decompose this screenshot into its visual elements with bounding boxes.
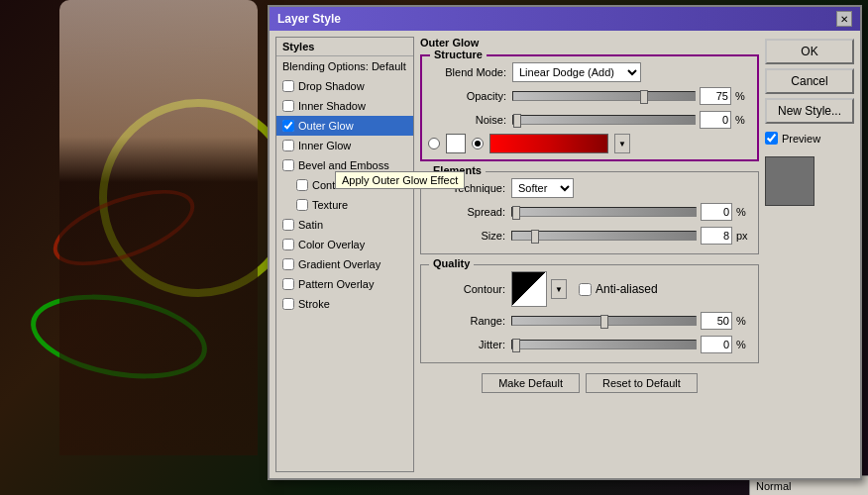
size-label: Size: xyxy=(427,230,511,242)
technique-row: Technique: Softer Precise xyxy=(427,178,752,198)
size-slider-thumb[interactable] xyxy=(531,230,539,244)
noise-value-input[interactable] xyxy=(700,111,731,129)
opacity-slider-track[interactable] xyxy=(512,91,696,101)
anti-aliased-label: Anti-aliased xyxy=(596,282,658,296)
pattern-overlay-checkbox[interactable] xyxy=(282,278,294,290)
styles-panel: Styles Blending Options: Default Drop Sh… xyxy=(275,37,414,472)
technique-select[interactable]: Softer Precise xyxy=(511,178,574,198)
spread-slider-track[interactable] xyxy=(511,207,697,217)
tooltip-text: Apply Outer Glow Effect xyxy=(342,174,458,186)
gradient-dropdown-arrow[interactable]: ▼ xyxy=(614,134,630,153)
spread-control: % xyxy=(511,203,752,221)
blending-options-label: Blending Options: Default xyxy=(282,60,406,72)
spread-slider-thumb[interactable] xyxy=(512,206,520,220)
style-blending-options[interactable]: Blending Options: Default xyxy=(276,56,413,76)
inner-glow-label: Inner Glow xyxy=(298,140,351,151)
contour-dropdown-arrow[interactable]: ▼ xyxy=(551,279,567,299)
radio-dot-2[interactable] xyxy=(472,138,484,149)
style-satin[interactable]: Satin xyxy=(276,215,413,235)
inner-shadow-checkbox[interactable] xyxy=(282,100,294,112)
style-gradient-overlay[interactable]: Gradient Overlay xyxy=(276,254,413,274)
dialog-title: Layer Style xyxy=(277,12,341,26)
anti-aliased-checkbox[interactable] xyxy=(579,283,592,296)
blend-mode-label: Blend Mode: xyxy=(428,66,512,78)
structure-section: Structure Blend Mode: Linear Dodge (Add)… xyxy=(420,54,759,161)
jitter-unit: % xyxy=(736,339,752,350)
make-default-button[interactable]: Make Default xyxy=(482,373,580,393)
technique-control: Softer Precise xyxy=(511,178,752,198)
noise-unit: % xyxy=(735,114,751,126)
opacity-slider-thumb[interactable] xyxy=(640,90,648,104)
radio-dot-1[interactable] xyxy=(428,138,440,149)
drop-shadow-label: Drop Shadow xyxy=(298,80,365,92)
preview-swatch xyxy=(765,156,814,206)
preview-checkbox[interactable] xyxy=(765,132,778,145)
style-outer-glow[interactable]: Outer Glow xyxy=(276,116,413,136)
range-control: % xyxy=(511,312,752,330)
size-value-input[interactable] xyxy=(701,227,732,245)
style-pattern-overlay[interactable]: Pattern Overlay xyxy=(276,274,413,294)
texture-checkbox[interactable] xyxy=(296,199,308,211)
blend-mode-select[interactable]: Linear Dodge (Add) Normal Screen Overlay xyxy=(512,62,641,82)
radio-solid-color[interactable] xyxy=(428,138,440,149)
preview-label: Preview xyxy=(782,133,820,145)
opacity-control: % xyxy=(512,87,751,105)
gradient-color-swatch[interactable] xyxy=(489,134,608,153)
outer-glow-label: Outer Glow xyxy=(298,120,354,132)
outer-glow-section-label: Outer Glow xyxy=(420,37,759,49)
jitter-label: Jitter: xyxy=(427,339,511,350)
jitter-row: Jitter: % xyxy=(427,335,752,354)
noise-control: % xyxy=(512,111,751,129)
range-value-input[interactable] xyxy=(701,312,732,330)
satin-checkbox[interactable] xyxy=(282,219,294,231)
style-stroke[interactable]: Stroke xyxy=(276,294,413,314)
bevel-emboss-checkbox[interactable] xyxy=(282,159,294,171)
color-row: ▼ xyxy=(428,134,751,153)
contour-label: Contour: xyxy=(427,283,511,295)
cancel-button[interactable]: Cancel xyxy=(765,68,854,94)
jitter-slider-thumb[interactable] xyxy=(512,339,520,352)
opacity-value-input[interactable] xyxy=(700,87,731,105)
range-label: Range: xyxy=(427,315,511,327)
bevel-emboss-label: Bevel and Emboss xyxy=(298,159,389,171)
satin-label: Satin xyxy=(298,219,323,231)
reset-to-default-button[interactable]: Reset to Default xyxy=(586,373,698,393)
blend-mode-control: Linear Dodge (Add) Normal Screen Overlay xyxy=(512,62,751,82)
radio-gradient[interactable] xyxy=(472,138,484,149)
style-color-overlay[interactable]: Color Overlay xyxy=(276,235,413,254)
ok-button[interactable]: OK xyxy=(765,39,854,64)
jitter-value-input[interactable] xyxy=(701,336,732,353)
contour-checkbox[interactable] xyxy=(296,179,308,191)
style-drop-shadow[interactable]: Drop Shadow xyxy=(276,76,413,96)
noise-slider-thumb[interactable] xyxy=(513,114,521,128)
inner-shadow-label: Inner Shadow xyxy=(298,100,366,112)
style-texture[interactable]: Texture xyxy=(276,195,413,215)
noise-slider-track[interactable] xyxy=(512,115,696,125)
stroke-checkbox[interactable] xyxy=(282,298,294,310)
settings-panel: Outer Glow Structure Blend Mode: Linear … xyxy=(420,37,759,472)
style-inner-glow[interactable]: Inner Glow xyxy=(276,136,413,155)
gradient-overlay-checkbox[interactable] xyxy=(282,258,294,270)
texture-label: Texture xyxy=(312,199,348,211)
drop-shadow-checkbox[interactable] xyxy=(282,80,294,92)
range-unit: % xyxy=(736,315,752,327)
color-swatch-white[interactable] xyxy=(446,134,466,153)
spread-row: Spread: % xyxy=(427,202,752,222)
opacity-unit: % xyxy=(735,90,751,102)
contour-preview[interactable] xyxy=(511,271,547,307)
outer-glow-checkbox[interactable] xyxy=(282,120,294,132)
close-button[interactable]: ✕ xyxy=(836,11,852,27)
color-overlay-checkbox[interactable] xyxy=(282,239,294,250)
style-inner-shadow[interactable]: Inner Shadow xyxy=(276,96,413,116)
size-slider-track[interactable] xyxy=(511,231,697,241)
dialog-titlebar: Layer Style ✕ xyxy=(270,7,860,31)
statusbar-label: Normal xyxy=(756,480,791,492)
action-buttons: Make Default Reset to Default xyxy=(420,373,759,393)
jitter-slider-track[interactable] xyxy=(511,340,697,349)
inner-glow-checkbox[interactable] xyxy=(282,140,294,151)
contour-control: ▼ Anti-aliased xyxy=(511,271,752,307)
spread-value-input[interactable] xyxy=(701,203,732,221)
range-slider-track[interactable] xyxy=(511,316,697,326)
range-slider-thumb[interactable] xyxy=(600,315,608,329)
new-style-button[interactable]: New Style... xyxy=(765,98,854,124)
